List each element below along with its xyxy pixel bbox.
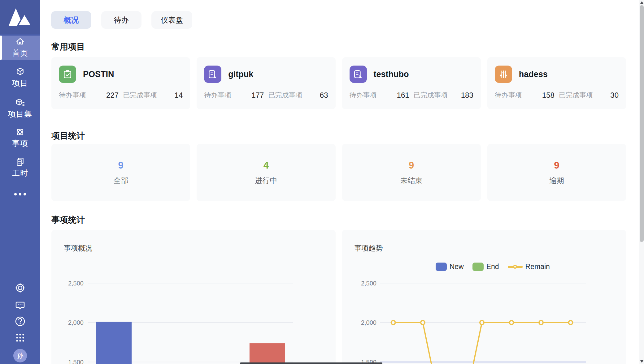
stat-card-all[interactable]: 9 全部 <box>51 144 190 201</box>
stat-value: 4 <box>263 161 269 170</box>
repo-building-icon <box>204 66 221 83</box>
done-label: 已完成事项 <box>268 91 302 100</box>
tab-label: 待办 <box>114 15 129 25</box>
sliders-icon <box>495 66 512 83</box>
question-circle-icon <box>14 315 27 328</box>
stat-value: 9 <box>118 161 124 170</box>
todo-count: 227 <box>106 91 119 100</box>
view-tabs: 概况 待办 仪表盘 <box>51 11 192 29</box>
sidebar-item-label: 项目集 <box>8 109 32 119</box>
project-name: POSTIN <box>83 70 114 79</box>
tab-todo[interactable]: 待办 <box>101 11 141 29</box>
chat-bubble-icon <box>14 299 26 311</box>
stat-value: 9 <box>409 161 414 170</box>
svg-text:2,500: 2,500 <box>68 280 84 287</box>
todo-count: 161 <box>397 91 409 100</box>
done-label: 已完成事项 <box>123 91 157 100</box>
issue-trend-line-chart[interactable]: 2,5002,0001,500 <box>342 230 626 364</box>
project-card-testhubo[interactable]: testhubo 待办事项161 已完成事项183 <box>342 57 481 109</box>
favorites-grid: POSTIN 待办事项227 已完成事项14 gitpuk 待办事项177 已完… <box>51 57 626 109</box>
scroll-up-arrow-icon[interactable] <box>640 1 643 4</box>
sidebar: 首页 项目 项目集 事项 工时 <box>0 0 40 364</box>
done-count: 14 <box>175 91 183 100</box>
ellipsis-icon <box>14 192 27 196</box>
sidebar-more-button[interactable] <box>0 188 40 200</box>
project-name: hadess <box>519 70 548 79</box>
stat-label: 未结束 <box>400 177 423 184</box>
tab-dashboard[interactable]: 仪表盘 <box>151 11 192 29</box>
documents-icon <box>15 157 25 166</box>
tooltip-top-edge <box>240 362 382 364</box>
scroll-down-arrow-icon[interactable] <box>640 360 643 363</box>
sidebar-item-issues[interactable]: 事项 <box>0 126 40 150</box>
stat-label: 进行中 <box>255 177 277 184</box>
issue-stats-section-title: 事项统计 <box>51 214 85 225</box>
stat-label: 逾期 <box>549 177 564 184</box>
sidebar-item-label: 工时 <box>12 168 28 178</box>
todo-label: 待办事项 <box>350 91 377 100</box>
todo-label: 待办事项 <box>204 91 231 100</box>
project-card-hadess[interactable]: hadess 待办事项158 已完成事项30 <box>487 57 626 109</box>
done-label: 已完成事项 <box>559 91 593 100</box>
tab-label: 仪表盘 <box>161 15 183 25</box>
svg-text:1,500: 1,500 <box>68 359 84 364</box>
todo-label: 待办事项 <box>59 91 86 100</box>
cube-icon <box>15 67 25 76</box>
todo-count: 177 <box>251 91 264 100</box>
sidebar-item-home[interactable]: 首页 <box>0 36 40 60</box>
issue-trend-chart-card: 事项趋势 New End Remain 2,5002,0001,500 <box>342 230 626 364</box>
project-name: testhubo <box>374 70 409 79</box>
done-count: 30 <box>610 91 619 100</box>
app-logo[interactable] <box>0 0 40 34</box>
tab-label: 概况 <box>64 15 79 25</box>
project-card-postin[interactable]: POSTIN 待办事项227 已完成事项14 <box>51 57 190 109</box>
todo-label: 待办事项 <box>495 91 522 100</box>
avatar-initial: 孙 <box>17 351 24 360</box>
svg-text:2,000: 2,000 <box>68 319 84 326</box>
repo-building-icon <box>350 66 367 83</box>
sidebar-item-label: 项目 <box>12 78 28 88</box>
active-indicator <box>0 36 2 60</box>
issue-charts-grid: 事项概况 2,5002,0001,500 事项趋势 New End Remain… <box>51 230 626 364</box>
stat-label: 全部 <box>113 177 128 184</box>
user-avatar[interactable]: 孙 <box>13 349 27 362</box>
project-stats-grid: 9 全部 4 进行中 9 未结束 9 逾期 <box>51 144 626 201</box>
project-card-gitpuk[interactable]: gitpuk 待办事项177 已完成事项63 <box>197 57 335 109</box>
issue-overview-chart-card: 事项概况 2,5002,0001,500 <box>51 230 336 364</box>
tab-overview[interactable]: 概况 <box>51 11 91 29</box>
clipboard-check-icon <box>59 66 76 83</box>
done-count: 63 <box>320 91 328 100</box>
todo-count: 158 <box>542 91 555 100</box>
done-label: 已完成事项 <box>414 91 448 100</box>
svg-text:2,000: 2,000 <box>361 319 376 326</box>
stat-value: 9 <box>554 161 559 170</box>
project-stats-section-title: 项目统计 <box>51 130 85 141</box>
atom-icon <box>15 127 25 137</box>
project-name: gitpuk <box>228 70 253 79</box>
issue-overview-bar-chart[interactable]: 2,5002,0001,500 <box>51 230 335 364</box>
home-icon <box>15 37 25 46</box>
settings-button[interactable] <box>0 282 40 294</box>
sidebar-item-project-set[interactable]: 项目集 <box>0 96 40 121</box>
help-button[interactable] <box>0 315 40 328</box>
page-scrollbar[interactable] <box>639 0 644 364</box>
sidebar-item-label: 事项 <box>12 138 28 148</box>
scrollbar-thumb[interactable] <box>640 5 644 242</box>
gear-icon <box>14 282 26 294</box>
apps-button[interactable] <box>0 332 40 344</box>
sidebar-item-timesheet[interactable]: 工时 <box>0 155 40 180</box>
cube-list-icon <box>15 98 25 107</box>
sidebar-item-label: 首页 <box>12 48 28 58</box>
favorites-section-title: 常用项目 <box>51 41 85 52</box>
mountain-logo-icon <box>9 8 32 26</box>
feedback-button[interactable] <box>0 299 40 311</box>
stat-card-in-progress[interactable]: 4 进行中 <box>197 144 335 201</box>
grid-dots-icon <box>14 332 26 344</box>
stat-card-unfinished[interactable]: 9 未结束 <box>342 144 481 201</box>
sidebar-item-projects[interactable]: 项目 <box>0 66 40 90</box>
done-count: 183 <box>461 91 473 100</box>
svg-text:2,500: 2,500 <box>361 280 376 287</box>
stat-card-overdue[interactable]: 9 逾期 <box>487 144 626 201</box>
